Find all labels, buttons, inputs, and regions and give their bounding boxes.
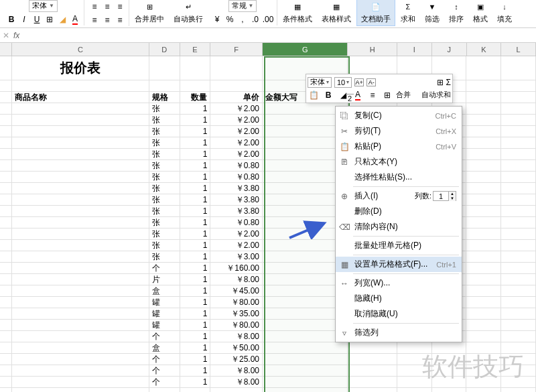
cell[interactable]: 单价 bbox=[210, 92, 263, 103]
col-header-J[interactable]: J bbox=[432, 43, 467, 56]
ctx-cut[interactable]: ✂剪切(T)Ctrl+X bbox=[336, 123, 462, 139]
cell[interactable]: ￥3.00 bbox=[210, 251, 263, 263]
cell[interactable]: 张 bbox=[149, 240, 180, 251]
conditional-format-button[interactable]: ▦条件格式 bbox=[279, 0, 316, 25]
cell[interactable] bbox=[466, 194, 501, 206]
ctx-batch[interactable]: 批量处理单元格(P) bbox=[336, 238, 462, 253]
cell[interactable] bbox=[501, 320, 536, 331]
cell[interactable] bbox=[12, 228, 149, 240]
col-header-D[interactable]: D bbox=[149, 43, 180, 56]
cell[interactable]: 规格 bbox=[149, 92, 180, 103]
cell[interactable]: 盒 bbox=[149, 285, 180, 297]
align-center-button[interactable]: ≡ bbox=[101, 14, 113, 26]
col-header-F[interactable]: F bbox=[210, 43, 263, 56]
cell[interactable] bbox=[501, 342, 536, 354]
cell[interactable] bbox=[0, 388, 12, 392]
cell[interactable] bbox=[466, 388, 501, 392]
cell[interactable]: 个 bbox=[149, 377, 180, 388]
cell[interactable] bbox=[0, 240, 12, 251]
cell[interactable] bbox=[12, 320, 149, 331]
cell[interactable]: 张 bbox=[149, 149, 180, 160]
cell[interactable]: 1 bbox=[180, 103, 211, 115]
cell[interactable] bbox=[12, 80, 149, 92]
cell[interactable]: ￥80.00 bbox=[210, 297, 263, 308]
cell[interactable] bbox=[432, 354, 467, 365]
font-color-button[interactable]: A bbox=[69, 13, 81, 25]
cell[interactable] bbox=[0, 342, 12, 354]
wrap-text-button[interactable]: ↵自动换行 bbox=[170, 0, 207, 25]
cell[interactable]: 张 bbox=[149, 126, 180, 137]
cell[interactable] bbox=[0, 56, 12, 80]
cell[interactable]: 1 bbox=[180, 240, 211, 251]
cell[interactable] bbox=[210, 80, 263, 92]
cell[interactable] bbox=[263, 354, 348, 365]
mini-autosum-button[interactable]: 自动求和 bbox=[421, 90, 451, 100]
cell[interactable]: 1 bbox=[180, 377, 211, 388]
cell[interactable] bbox=[397, 377, 432, 388]
cell[interactable] bbox=[466, 172, 501, 183]
cell[interactable] bbox=[466, 183, 501, 194]
cell[interactable]: 报价表 bbox=[12, 56, 149, 80]
cell[interactable] bbox=[12, 251, 149, 263]
cell[interactable]: ￥3.80 bbox=[210, 183, 263, 194]
italic-button[interactable]: I bbox=[18, 13, 30, 25]
ctx-filter-col[interactable]: ▿筛选列 bbox=[336, 325, 462, 340]
cell[interactable] bbox=[501, 388, 536, 392]
cell[interactable] bbox=[466, 331, 501, 342]
cell[interactable] bbox=[0, 308, 12, 320]
cell[interactable]: 1 bbox=[180, 126, 211, 137]
cell[interactable] bbox=[466, 160, 501, 172]
cell[interactable] bbox=[12, 388, 149, 392]
currency-button[interactable]: ¥ bbox=[211, 13, 223, 25]
cell[interactable]: ￥2.00 bbox=[210, 137, 263, 149]
cell[interactable] bbox=[12, 263, 149, 274]
cell[interactable] bbox=[466, 274, 501, 285]
cell[interactable] bbox=[149, 56, 180, 80]
mini-size-selector[interactable]: 10▾ bbox=[334, 77, 352, 88]
cell[interactable] bbox=[12, 126, 149, 137]
number-format-selector[interactable]: 常规▼ bbox=[228, 0, 257, 12]
col-header-corner[interactable] bbox=[0, 43, 12, 56]
cell[interactable] bbox=[12, 103, 149, 115]
insert-cols-input[interactable] bbox=[433, 192, 448, 200]
cell[interactable]: 1 bbox=[180, 194, 211, 206]
cell[interactable] bbox=[432, 365, 467, 377]
cell[interactable] bbox=[397, 342, 432, 354]
cell[interactable] bbox=[501, 263, 536, 274]
cell[interactable] bbox=[0, 228, 12, 240]
col-header-H[interactable]: H bbox=[348, 43, 397, 56]
cell[interactable] bbox=[12, 137, 149, 149]
cell[interactable]: 张 bbox=[149, 172, 180, 183]
cell[interactable]: 罐 bbox=[149, 308, 180, 320]
cell[interactable] bbox=[12, 297, 149, 308]
cell[interactable]: ￥3.80 bbox=[210, 206, 263, 217]
cell[interactable] bbox=[466, 365, 501, 377]
cell[interactable] bbox=[12, 274, 149, 285]
cell[interactable] bbox=[0, 137, 12, 149]
cell[interactable]: 张 bbox=[149, 228, 180, 240]
cell[interactable]: ￥0.80 bbox=[210, 217, 263, 228]
cell[interactable]: 张 bbox=[149, 160, 180, 172]
cell[interactable] bbox=[501, 172, 536, 183]
cell[interactable] bbox=[501, 194, 536, 206]
cell[interactable]: 个 bbox=[149, 354, 180, 365]
cell[interactable] bbox=[12, 377, 149, 388]
shrink-font-button[interactable]: A- bbox=[366, 78, 376, 86]
ctx-unhide[interactable]: 取消隐藏(U) bbox=[336, 306, 462, 322]
cell[interactable] bbox=[210, 56, 263, 80]
cell[interactable] bbox=[501, 365, 536, 377]
cell[interactable] bbox=[12, 160, 149, 172]
cell[interactable] bbox=[466, 92, 501, 103]
cell[interactable] bbox=[149, 80, 180, 92]
cell[interactable] bbox=[0, 297, 12, 308]
col-header-C[interactable]: C bbox=[12, 43, 149, 56]
ctx-delete[interactable]: 删除(D) bbox=[336, 204, 462, 219]
cell[interactable] bbox=[0, 263, 12, 274]
cell[interactable] bbox=[0, 377, 12, 388]
decrease-decimal-button[interactable]: .00 bbox=[262, 13, 274, 25]
font-selector[interactable]: 宋体▼ bbox=[29, 0, 58, 12]
cell[interactable]: 罐 bbox=[149, 297, 180, 308]
cell[interactable]: ￥50.00 bbox=[210, 342, 263, 354]
cell[interactable] bbox=[432, 342, 467, 354]
cell[interactable] bbox=[466, 137, 501, 149]
